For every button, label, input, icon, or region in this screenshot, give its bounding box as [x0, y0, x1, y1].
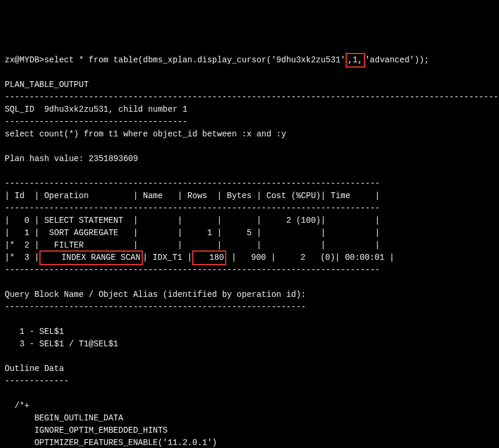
- query-block-line: 3 - SEL$1 / T1@SEL$1: [5, 339, 118, 349]
- plan-table-output-header: PLAN_TABLE_OUTPUT: [5, 80, 89, 89]
- sql-command-before: select * from table(dbms_xplan.display_c…: [44, 55, 345, 65]
- outline-line: OPTIMIZER_FEATURES_ENABLE('11.2.0.1'): [5, 438, 217, 447]
- table-row: |* 3 | INDEX RANGE SCAN| IDX_T1 | 180 | …: [5, 253, 394, 262]
- highlighted-rows: 180: [192, 250, 226, 265]
- divider: ----------------------------------------…: [5, 302, 306, 312]
- highlighted-operation: INDEX RANGE SCAN: [39, 250, 143, 265]
- sql-command-after: 'advanced'));: [365, 55, 429, 65]
- table-divider: ----------------------------------------…: [5, 203, 380, 213]
- outline-line: IGNORE_OPTIM_EMBEDDED_HINTS: [5, 426, 168, 435]
- table-divider: ----------------------------------------…: [5, 179, 380, 188]
- sql-prompt: zx@MYDB>: [5, 55, 44, 65]
- table-divider: ----------------------------------------…: [5, 265, 380, 275]
- outline-open: /*+: [5, 401, 29, 410]
- sql-text: select count(*) from t1 where object_id …: [5, 129, 286, 139]
- plan-hash-value: Plan hash value: 2351893609: [5, 154, 138, 163]
- query-block-line: 1 - SEL$1: [5, 327, 64, 336]
- divider: -------------: [5, 376, 69, 386]
- table-header: | Id | Operation | Name | Rows | Bytes |…: [5, 191, 380, 200]
- sql-id-line: SQL_ID 9dhu3xk2zu531, child number 1: [5, 105, 187, 114]
- query-block-header: Query Block Name / Object Alias (identif…: [5, 290, 306, 299]
- table-row: | 0 | SELECT STATEMENT | | | | 2 (100)| …: [5, 216, 380, 225]
- divider: ----------------------------------------…: [5, 92, 499, 102]
- divider: -------------------------------------: [5, 117, 187, 126]
- table-row: |* 2 | FILTER | | | | | |: [5, 240, 380, 250]
- highlighted-child-number: ,1,: [346, 53, 365, 68]
- outline-line: BEGIN_OUTLINE_DATA: [5, 413, 123, 423]
- table-row: | 1 | SORT AGGREGATE | | 1 | 5 | | |: [5, 228, 380, 238]
- outline-header: Outline Data: [5, 364, 64, 373]
- prompt-line: zx@MYDB>select * from table(dbms_xplan.d…: [5, 55, 429, 65]
